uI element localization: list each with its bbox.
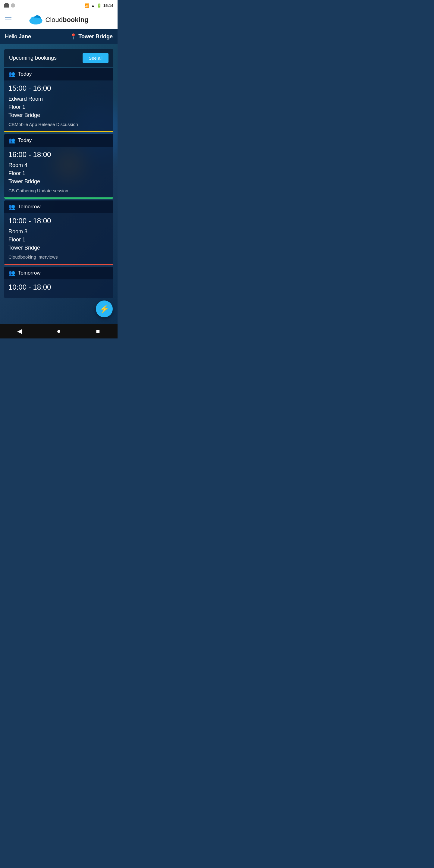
location-pin-icon: 📍 xyxy=(70,33,76,40)
card-room: Room 4 Floor 1 Tower Bridge xyxy=(8,161,109,186)
card-body: 15:00 - 16:00 Edward Room Floor 1 Tower … xyxy=(4,81,113,131)
see-all-button[interactable]: See all xyxy=(83,53,108,63)
status-right: 📶 ▲ 🔋 15:14 xyxy=(84,3,113,8)
card-day: Today xyxy=(18,137,32,144)
card-body: 16:00 - 18:00 Room 4 Floor 1 Tower Bridg… xyxy=(4,147,113,197)
card-header: 👥 Tomorrow xyxy=(4,267,113,279)
card-description: CBMobile App Release Discussion xyxy=(8,122,109,127)
card-header: 👥 Today xyxy=(4,68,113,81)
greeting: Hello Jane xyxy=(5,33,31,40)
card-status-bar xyxy=(4,264,113,265)
people-icon: 👥 xyxy=(8,71,15,78)
wifi-icon: 📶 xyxy=(84,3,89,8)
card-time: 10:00 - 18:00 xyxy=(8,217,109,225)
card-header: 👥 Today xyxy=(4,134,113,147)
card-room: Edward Room Floor 1 Tower Bridge xyxy=(8,95,109,119)
card-time: 10:00 - 18:00 xyxy=(8,283,109,291)
bookings-header: Upcoming bookings See all xyxy=(4,49,113,67)
svg-point-3 xyxy=(30,18,42,24)
card-status-bar xyxy=(4,197,113,198)
card-body: 10:00 - 18:00 xyxy=(4,279,113,298)
cloud-logo-icon xyxy=(29,15,43,25)
home-button[interactable]: ● xyxy=(50,324,68,338)
sim2-icon xyxy=(11,3,15,7)
recents-button[interactable]: ■ xyxy=(89,324,107,338)
location-bar: Hello Jane 📍 Tower Bridge xyxy=(0,29,118,44)
status-left xyxy=(4,3,15,7)
booking-card[interactable]: 👥 Today 15:00 - 16:00 Edward Room Floor … xyxy=(4,68,113,132)
people-icon: 👥 xyxy=(8,270,15,276)
battery-icon: 🔋 xyxy=(97,3,101,8)
clock: 15:14 xyxy=(103,3,113,8)
sim-icon xyxy=(4,3,9,7)
app-header: Cloudbooking xyxy=(0,11,118,29)
card-time: 16:00 - 18:00 xyxy=(8,150,109,159)
card-day: Tomorrow xyxy=(18,270,41,276)
booking-card[interactable]: 👥 Tomorrow 10:00 - 18:00 xyxy=(4,267,113,298)
main-content: Upcoming bookings See all 👥 Today 15:00 … xyxy=(0,44,118,324)
card-description: CB Gathering Update session xyxy=(8,188,109,193)
people-icon: 👥 xyxy=(8,137,15,144)
card-day: Today xyxy=(18,71,32,77)
fab-button[interactable]: ⚡ xyxy=(96,301,113,317)
hamburger-menu[interactable] xyxy=(5,18,11,22)
card-day: Tomorrow xyxy=(18,204,41,210)
logo-text: Cloudbooking xyxy=(45,16,88,24)
booking-card[interactable]: 👥 Today 16:00 - 18:00 Room 4 Floor 1 Tow… xyxy=(4,134,113,198)
logo: Cloudbooking xyxy=(29,15,88,25)
location-name: Tower Bridge xyxy=(79,33,113,40)
card-body: 10:00 - 18:00 Room 3 Floor 1 Tower Bridg… xyxy=(4,213,113,264)
bookings-title: Upcoming bookings xyxy=(9,55,57,61)
location-right[interactable]: 📍 Tower Bridge xyxy=(70,33,113,40)
booking-card[interactable]: 👥 Tomorrow 10:00 - 18:00 Room 3 Floor 1 … xyxy=(4,200,113,265)
card-header: 👥 Tomorrow xyxy=(4,200,113,213)
signal-icon: ▲ xyxy=(91,3,95,8)
people-icon: 👥 xyxy=(8,204,15,210)
bottom-navigation: ◀ ● ■ xyxy=(0,324,118,338)
card-status-bar xyxy=(4,131,113,132)
status-bar: 📶 ▲ 🔋 15:14 xyxy=(0,0,118,11)
card-description: Cloudbooking Interviews xyxy=(8,254,109,259)
lightning-icon: ⚡ xyxy=(99,304,109,314)
card-time: 15:00 - 16:00 xyxy=(8,84,109,93)
card-room: Room 3 Floor 1 Tower Bridge xyxy=(8,227,109,252)
back-button[interactable]: ◀ xyxy=(10,324,29,338)
